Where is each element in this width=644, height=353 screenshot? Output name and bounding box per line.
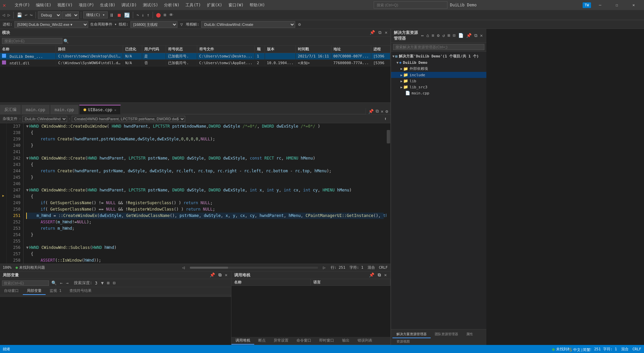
- se-collapse-all[interactable]: ⊟: [452, 33, 457, 39]
- menu-build[interactable]: 生成(B): [97, 2, 118, 9]
- watch-icon[interactable]: 👁: [168, 12, 174, 18]
- se-float[interactable]: ⧉: [473, 33, 478, 39]
- modules-search-input[interactable]: [2, 38, 62, 44]
- toolbar-save-all[interactable]: 💾: [16, 12, 23, 18]
- tab-uibase[interactable]: UIBase.cpp ✕: [79, 105, 121, 114]
- cs-float[interactable]: ⧉: [377, 272, 382, 278]
- stack-combo[interactable]: DuiLib::CWindowWnd::Create: [201, 21, 295, 28]
- cs-pin[interactable]: 📌: [368, 272, 375, 278]
- toolbar-redo[interactable]: ↪: [29, 12, 34, 18]
- platform-combo[interactable]: x86: [62, 11, 79, 19]
- breakpoint-icon[interactable]: ⬤: [155, 12, 162, 18]
- breadcrumb-method-combo[interactable]: Create(HWND hwndParent, LPCTSTR pstrName…: [72, 116, 185, 122]
- scrollbar-thumb[interactable]: [387, 130, 390, 143]
- tab-disasm[interactable]: 反汇编: [0, 105, 21, 114]
- modules-pin[interactable]: 📌: [369, 30, 376, 36]
- se-expand-all[interactable]: ⊞: [447, 33, 451, 39]
- close-button[interactable]: ✕: [626, 0, 641, 10]
- settings-editor[interactable]: ⚙: [384, 108, 389, 114]
- tab-main1[interactable]: main.cpp: [21, 105, 50, 114]
- tab-team[interactable]: 团队资源管理器: [431, 331, 462, 338]
- debug-config-combo[interactable]: Debug: [38, 11, 61, 19]
- code-content[interactable]: ▼ HWND CWindowWnd::CreateDuiWindow( HWND…: [23, 123, 386, 264]
- filter-icon[interactable]: ▽: [179, 21, 184, 27]
- code-area[interactable]: ➤ 237238239240241: [0, 123, 390, 264]
- se-open-file[interactable]: 📄: [457, 33, 465, 39]
- breadcrumb-icon[interactable]: ⬆: [383, 116, 388, 122]
- restart-icon[interactable]: 🔄: [123, 12, 131, 18]
- close-editor[interactable]: ✕: [380, 108, 384, 114]
- tab-locals[interactable]: 局部变量: [23, 287, 46, 295]
- zoom-level[interactable]: 100%: [3, 265, 12, 270]
- tab-call-stack[interactable]: 调用堆栈: [231, 337, 254, 345]
- tree-project[interactable]: ▼ ◈ DuiLib Demo: [391, 59, 486, 65]
- locals-close[interactable]: ✕: [224, 272, 228, 278]
- step-over-icon[interactable]: ↷: [135, 12, 140, 18]
- locals-nav-back[interactable]: ←: [59, 280, 64, 286]
- se-search-input[interactable]: [393, 44, 484, 50]
- collapse-256[interactable]: ▼: [26, 245, 29, 251]
- status-encoding[interactable]: 混合: [621, 347, 629, 352]
- cs-close[interactable]: ✕: [383, 272, 388, 278]
- locals-search-input[interactable]: [2, 280, 49, 286]
- breadcrumb-class[interactable]: DuiLib::CWindowWnd: [22, 116, 67, 122]
- minimize-button[interactable]: —: [592, 0, 608, 10]
- se-settings[interactable]: ⚙: [436, 33, 441, 39]
- se-pin[interactable]: 📌: [465, 33, 473, 39]
- process-combo[interactable]: [5396] DuiLib Demo_Win32.exe ▾: [14, 21, 88, 28]
- locals-search-btn[interactable]: 🔍: [50, 280, 58, 286]
- tab-uibase-close[interactable]: ✕: [114, 108, 116, 112]
- collapse-242[interactable]: ▼: [26, 155, 29, 162]
- tab-resources[interactable]: 资源视图: [392, 338, 414, 345]
- locals-depth-down[interactable]: ▼: [100, 280, 105, 286]
- locals-expand[interactable]: ⊞: [106, 280, 111, 286]
- locals-collapse2[interactable]: ⊟: [112, 280, 117, 286]
- se-refresh[interactable]: ↺: [441, 33, 446, 39]
- tree-item-lib[interactable]: ▶ 📁 lib: [391, 78, 486, 84]
- step-out-icon[interactable]: ↑: [146, 12, 151, 18]
- breadcrumb-method[interactable]: Create(HWND hwndParent, LPCTSTR pstrName…: [72, 116, 185, 122]
- menu-analyze[interactable]: 分析(N): [161, 2, 182, 9]
- tab-watch1[interactable]: 监视 1: [46, 287, 65, 295]
- collapse-247[interactable]: ▼: [26, 187, 29, 193]
- tab-properties[interactable]: 属性: [462, 331, 477, 338]
- tab-find-symbol[interactable]: 查找符号结果: [65, 287, 96, 295]
- vertical-scrollbar[interactable]: [386, 123, 390, 264]
- tab-auto[interactable]: 自动窗口: [0, 287, 23, 295]
- tab-immediate[interactable]: 即时窗口: [315, 337, 338, 345]
- menu-test[interactable]: 测试(S): [140, 2, 161, 9]
- menu-file[interactable]: 文件(F): [12, 2, 33, 9]
- global-search-input[interactable]: [374, 1, 447, 9]
- toolbar-forward[interactable]: ▷: [7, 12, 11, 18]
- step-into-icon[interactable]: ↓: [141, 12, 145, 18]
- tree-item-ext-deps[interactable]: ▶ 📁 外部依赖项: [391, 65, 486, 72]
- float-editor[interactable]: ⧉: [375, 108, 380, 114]
- disasm-icon[interactable]: ⊞: [163, 12, 167, 18]
- tab-command[interactable]: 命令窗口: [292, 337, 315, 345]
- scroll-right-arrow[interactable]: ▷: [322, 265, 327, 270]
- tab-output[interactable]: 输出: [338, 337, 354, 345]
- tab-se[interactable]: 解决方案资源管理器: [392, 331, 431, 338]
- menu-debug[interactable]: 调试(D): [119, 2, 140, 9]
- module-row-2[interactable]: ntdll.dll C:\Windows\SysWOW64\ntdll.dll …: [0, 60, 390, 67]
- breadcrumb-file[interactable]: 杂项文件: [3, 116, 17, 121]
- module-row-1[interactable]: DuiLib Demo_... C:\Users\tomwi\Desktop\D…: [0, 53, 390, 60]
- continue-button[interactable]: 继续(C) ▾: [83, 11, 108, 18]
- menu-project[interactable]: 项目(P): [76, 2, 97, 9]
- thread-combo[interactable]: [16800] 主线程: [130, 21, 177, 28]
- tab-main2[interactable]: main.cpp: [50, 105, 78, 114]
- se-filter[interactable]: ≡: [431, 33, 435, 39]
- tree-solution[interactable]: ▼ ⊞ 解决方案'DuiLib Demo'(1 个项目/共 1 个): [391, 53, 486, 59]
- maximize-button[interactable]: ☐: [609, 0, 625, 10]
- se-home[interactable]: ⌂: [425, 33, 430, 39]
- scroll-left-arrow[interactable]: ◁: [181, 265, 186, 270]
- pause-icon[interactable]: ⏸: [108, 12, 115, 18]
- breadcrumb-class-combo[interactable]: DuiLib::CWindowWnd: [22, 116, 67, 122]
- modules-search-icon[interactable]: 🔍: [62, 38, 70, 44]
- toolbar-back[interactable]: ◁: [1, 12, 6, 18]
- tab-error-list[interactable]: 错误列表: [354, 337, 376, 345]
- status-line-ending[interactable]: CRLF: [633, 347, 642, 351]
- tree-item-lib-src3[interactable]: ▶ 📁 lib_src3: [391, 84, 486, 90]
- se-close[interactable]: ✕: [479, 33, 484, 39]
- h-scrollbar-thumb[interactable]: [190, 267, 228, 269]
